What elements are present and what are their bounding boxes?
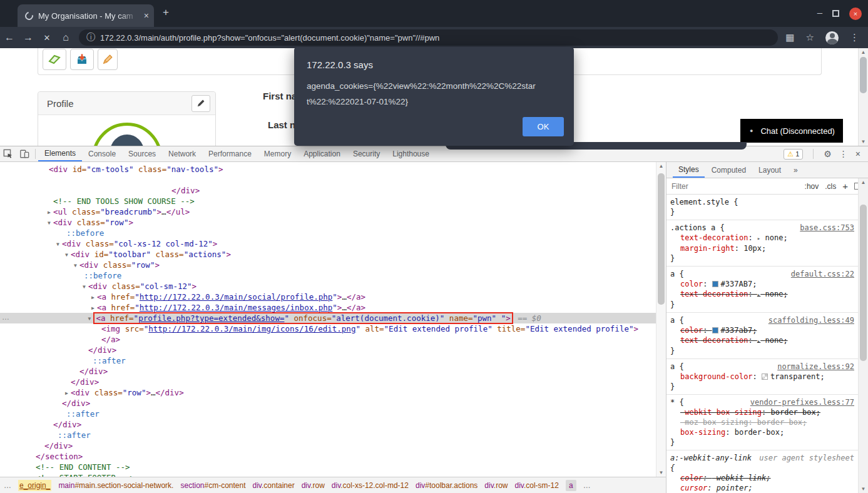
board-button[interactable] [43, 49, 66, 70]
scroll-up-icon[interactable]: ▲ [859, 49, 868, 55]
dom-tree-line[interactable]: ▶<ul class="breadcrumb">…</ul> [0, 206, 656, 217]
dom-tree-line[interactable]: ▶<a href="http://172.22.0.3/main/message… [0, 302, 656, 313]
dom-tree-line[interactable]: ▼<div class="row"> [0, 217, 656, 228]
dom-tree-line[interactable]: ▼<div class="col-xs-12 col-md-12"> [0, 238, 656, 249]
dom-tree-line[interactable]: </div> [0, 185, 656, 196]
dom-tree-line[interactable]: </div> [0, 440, 656, 451]
breadcrumb-item[interactable]: div#toolbar.actions [416, 481, 477, 490]
dom-tree-line[interactable]: ::after [0, 355, 656, 366]
breadcrumb-item[interactable]: e_origin_ [18, 480, 51, 491]
css-property[interactable]: box-sizing: border-box; [670, 427, 854, 437]
css-rule[interactable]: base.css:753.actions a {text-decoration:… [666, 220, 858, 267]
css-rule[interactable]: element.style {} [666, 195, 858, 220]
stylesheet-link[interactable]: scaffolding.less:49 [768, 315, 854, 325]
inspect-element-button[interactable] [0, 149, 16, 159]
breadcrumb-item[interactable]: div.row [302, 481, 325, 490]
twisty-expanded-icon[interactable]: ▼ [85, 313, 93, 324]
dom-tree-line[interactable] [0, 175, 656, 185]
browser-menu-icon[interactable]: ⋮ [850, 32, 859, 43]
dom-tree-line[interactable]: <img src="http://172.22.0.3/main/img/ico… [0, 323, 656, 334]
css-property[interactable]: -webkit-box-sizing: border-box; [670, 407, 854, 417]
back-button[interactable]: ← [0, 32, 19, 43]
devtools-tab-elements[interactable]: Elements [38, 146, 82, 161]
dom-tree-line[interactable]: ▼<div class="row"> [0, 260, 656, 270]
edit-pencil-button[interactable] [98, 49, 118, 70]
color-swatch[interactable] [712, 327, 718, 333]
site-info-icon[interactable]: ⓘ [86, 32, 95, 43]
css-property[interactable]: color: #337ab7; [670, 325, 854, 335]
devtools-menu-icon[interactable]: ⋮ [839, 149, 848, 159]
scroll-up-icon[interactable]: ▲ [859, 180, 868, 185]
twisty-collapsed-icon[interactable]: ▶ [63, 388, 71, 399]
styles-filter-input[interactable] [671, 182, 747, 191]
css-property[interactable]: color: -webkit-link; [670, 473, 854, 483]
address-bar[interactable]: ⓘ 172.22.0.3/main/auth/profile.php?show=… [79, 29, 778, 46]
dom-tree-line[interactable]: ▼<div id="toolbar" class="actions"> [0, 249, 656, 260]
devtools-tab-lighthouse[interactable]: Lighthouse [386, 146, 436, 161]
color-swatch[interactable] [712, 281, 718, 287]
breadcrumb-item[interactable]: div.col-sm-12 [514, 481, 558, 490]
inbox-import-button[interactable] [70, 49, 94, 70]
new-tab-button[interactable]: + [163, 6, 169, 19]
css-rule[interactable]: scaffolding.less:49a {color: #337ab7;tex… [666, 313, 858, 359]
profile-edit-button[interactable] [191, 95, 210, 112]
devtools-close-icon[interactable]: × [855, 149, 860, 159]
css-property[interactable]: text-decoration: ▸ none; [670, 233, 854, 243]
dom-tree-line[interactable]: <!-- END TOOLS SHOW COURSE --> [0, 196, 656, 206]
devtools-tab-network[interactable]: Network [162, 146, 202, 161]
stylesheet-link[interactable]: default.css:22 [791, 269, 854, 279]
dialog-ok-button[interactable]: OK [523, 117, 564, 136]
twisty-expanded-icon[interactable]: ▼ [54, 239, 62, 250]
styles-tab-styles[interactable]: Styles [673, 162, 705, 178]
tab-close-icon[interactable]: × [144, 11, 149, 21]
dom-tree-line[interactable]: </div> [0, 398, 656, 409]
css-property[interactable]: text-decoration: ▸ none; [670, 335, 854, 346]
scroll-down-icon[interactable]: ▼ [656, 470, 666, 475]
css-rule[interactable]: default.css:22a {color: #337AB7;text-dec… [666, 267, 858, 313]
scroll-up-icon[interactable]: ▲ [656, 163, 666, 169]
forward-button[interactable]: → [19, 32, 38, 43]
breadcrumb-item[interactable]: main#main.section-social-network. [58, 481, 173, 490]
dom-node-menu-icon[interactable]: … [2, 313, 9, 322]
css-property[interactable]: text-decoration: ▸ none; [670, 289, 854, 300]
dom-tree-line[interactable]: <div id="cm-tools" class="nav-tools"> [0, 164, 656, 175]
window-minimize-button[interactable]: – [817, 7, 822, 18]
twisty-expanded-icon[interactable]: ▼ [45, 218, 53, 228]
expand-longhand-icon[interactable]: ▸ [757, 235, 760, 241]
breadcrumb-overflow[interactable]: … [583, 481, 591, 490]
elements-scrollbar-thumb[interactable] [658, 173, 665, 305]
page-scrollbar[interactable]: ▲ ▼ [858, 48, 868, 146]
css-rule[interactable]: normalize.less:92a {background-color: tr… [666, 359, 858, 395]
twisty-expanded-icon[interactable]: ▼ [71, 260, 79, 271]
home-button[interactable]: ⌂ [56, 32, 75, 43]
css-property[interactable]: -moz-box-sizing: border-box; [670, 417, 854, 427]
css-rule[interactable]: user agent stylesheeta:-webkit-any-link{… [666, 450, 858, 493]
scroll-down-icon[interactable]: ▼ [859, 139, 868, 145]
twisty-collapsed-icon[interactable]: ▶ [89, 292, 97, 303]
dom-tree-line[interactable]: <!-- START FOOTER --> [0, 472, 656, 477]
css-property[interactable]: cursor: pointer; [670, 483, 854, 493]
browser-tab[interactable]: My Organisation - My cam × [18, 4, 154, 27]
elements-scrollbar[interactable]: ▲ ▼ [656, 162, 666, 477]
url-text[interactable]: 172.22.0.3/main/auth/profile.php?show="o… [100, 33, 439, 43]
dom-tree-line[interactable]: ▼<div class="col-sm-12"> [0, 281, 656, 292]
dom-tree-line[interactable]: ::before [0, 228, 656, 238]
styles-scrollbar-thumb[interactable] [860, 205, 867, 361]
css-property[interactable]: margin-right: 10px; [670, 243, 854, 253]
styles-scrollbar[interactable]: ▲ ▼ [858, 178, 868, 493]
breadcrumb-item[interactable]: div.row [484, 481, 508, 490]
css-property[interactable]: color: #337AB7; [670, 279, 854, 289]
stylesheet-link[interactable]: vendor-prefixes.less:77 [750, 397, 854, 407]
devtools-tab-security[interactable]: Security [347, 146, 386, 161]
dom-tree-line[interactable]: ::after [0, 430, 656, 440]
dom-tree-line[interactable]: </div> [0, 345, 656, 355]
twisty-expanded-icon[interactable]: ▼ [80, 282, 88, 292]
stylesheet-link[interactable]: base.css:753 [800, 223, 854, 233]
toggle-hover-state-button[interactable]: :hov [805, 182, 819, 191]
twisty-collapsed-icon[interactable]: ▶ [45, 207, 53, 218]
css-rule[interactable]: vendor-prefixes.less:77* {-webkit-box-si… [666, 395, 858, 450]
chat-status-badge[interactable]: ● Chat (Disconnected) [740, 119, 843, 143]
toggle-classes-button[interactable]: .cls [825, 182, 836, 191]
styles-tab-[interactable]: » [788, 162, 804, 178]
breadcrumb-overflow[interactable]: … [4, 481, 11, 490]
